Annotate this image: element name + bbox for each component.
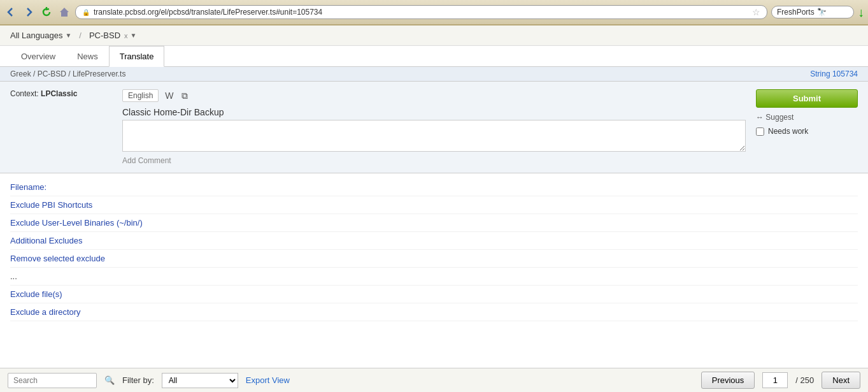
all-languages-label: All Languages [10, 31, 62, 40]
search-input[interactable] [8, 373, 97, 388]
nav-separator: / [79, 31, 82, 40]
needs-work-row: Needs work [756, 127, 858, 136]
tab-overview[interactable]: Overview [10, 46, 66, 67]
list-item[interactable]: Exclude PBI Shortcuts [10, 196, 858, 214]
forward-button[interactable] [22, 5, 36, 19]
source-lang-badge: English [122, 89, 159, 102]
svg-marker-0 [60, 8, 69, 17]
lock-icon: 🔒 [82, 9, 90, 16]
tabs-bar: Overview News Translate [0, 46, 868, 67]
project-selector[interactable]: PC-BSD x ▼ [89, 31, 137, 40]
list-item[interactable]: Additional Excludes [10, 232, 858, 250]
home-button[interactable] [57, 5, 71, 19]
reload-button[interactable] [39, 5, 53, 19]
tab-news[interactable]: News [66, 46, 109, 67]
list-item[interactable]: Remove selected exclude [10, 250, 858, 268]
project-label: PC-BSD [89, 31, 120, 40]
string-id: String 105734 [810, 69, 858, 78]
url-text: translate.pcbsd.org/el/pcbsd/translate/L… [94, 8, 748, 17]
copy-icon[interactable]: ⧉ [180, 91, 189, 101]
search-box-text: FreshPorts [777, 8, 815, 17]
page-number-input[interactable] [762, 372, 788, 388]
top-nav: All Languages ▼ / PC-BSD x ▼ [0, 25, 868, 46]
strings-list: Filename: Exclude PBI Shortcuts Exclude … [0, 173, 868, 326]
address-bar[interactable]: 🔒 translate.pcbsd.org/el/pcbsd/translate… [75, 5, 767, 19]
list-item[interactable]: Exclude User-Level Binaries (~/bin/) [10, 214, 858, 232]
filter-label: Filter by: [122, 375, 154, 385]
submit-button[interactable]: Submit [756, 89, 858, 108]
add-comment-link[interactable]: Add Comment [122, 156, 746, 165]
project-close-icon[interactable]: x [124, 32, 128, 40]
wikipedia-icon[interactable]: W [164, 91, 174, 101]
page-content: All Languages ▼ / PC-BSD x ▼ Overview Ne… [0, 25, 868, 392]
context-column: Context: LPClassic [10, 89, 112, 165]
star-icon[interactable]: ☆ [752, 7, 760, 17]
page-total: / 250 [795, 375, 814, 385]
bottom-bar: 🔍 Filter by: All Translated Untranslated… [0, 368, 868, 392]
lang-dropdown-arrow: ▼ [65, 32, 71, 39]
binoculars-icon: 🔭 [817, 8, 827, 17]
download-icon[interactable]: ↓ [858, 5, 864, 20]
needs-work-label: Needs work [768, 127, 808, 136]
search-icon: 🔍 [104, 375, 115, 385]
translation-area: Context: LPClassic English W ⧉ Classic H… [0, 82, 868, 173]
suggest-link[interactable]: ↔ Suggest [756, 113, 858, 122]
project-dropdown-arrow: ▼ [131, 32, 137, 39]
list-item[interactable]: Exclude file(s) [10, 286, 858, 303]
export-view-link[interactable]: Export View [246, 375, 290, 385]
tab-translate[interactable]: Translate [109, 46, 165, 67]
back-button[interactable] [4, 5, 18, 19]
context-label: Context: [10, 89, 39, 98]
needs-work-checkbox[interactable] [756, 127, 764, 136]
filter-select[interactable]: All Translated Untranslated Needs work [162, 373, 238, 388]
breadcrumb-bar: Greek / PC-BSD / LifePreserver.ts String… [0, 67, 868, 82]
context-value: LPClassic [41, 89, 77, 98]
previous-button[interactable]: Previous [701, 372, 755, 389]
browser-chrome: 🔒 translate.pcbsd.org/el/pcbsd/translate… [0, 0, 868, 25]
translation-input[interactable] [122, 120, 746, 152]
action-column: Submit ↔ Suggest Needs work [756, 89, 858, 165]
list-item[interactable]: Filename: [10, 178, 858, 196]
list-item[interactable]: Exclude a directory [10, 303, 858, 321]
all-languages-selector[interactable]: All Languages ▼ [10, 31, 71, 40]
next-button[interactable]: Next [822, 372, 860, 389]
browser-search-box[interactable]: FreshPorts 🔭 [771, 6, 854, 18]
source-column: English W ⧉ Classic Home-Dir Backup Add … [122, 89, 746, 165]
source-text: Classic Home-Dir Backup [122, 105, 746, 120]
list-item[interactable]: ... [10, 268, 858, 286]
breadcrumb: Greek / PC-BSD / LifePreserver.ts [10, 69, 125, 78]
